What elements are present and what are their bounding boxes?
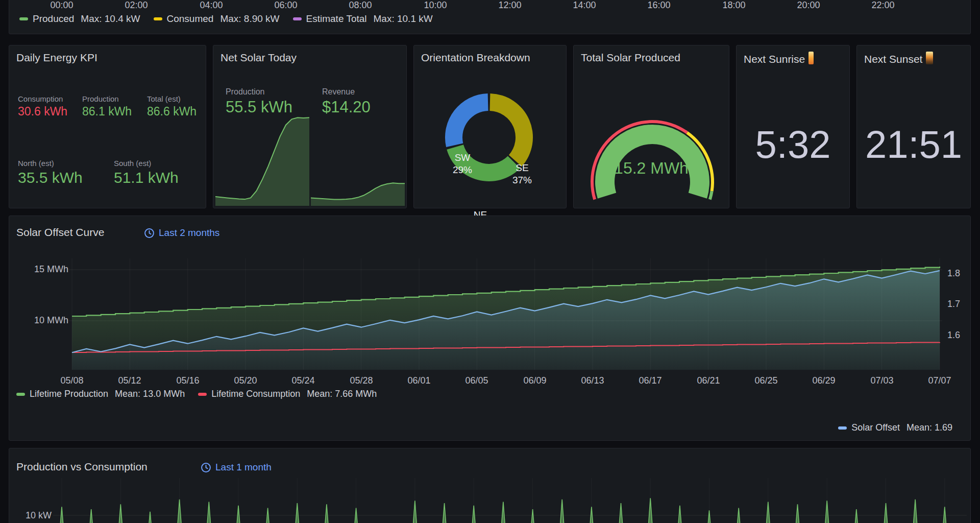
y2-axis-tick-1p7: 1.7 (947, 299, 960, 310)
panel-today-power[interactable]: 00:0002:0004:0006:0008:0010:0012:0014:00… (9, 0, 971, 34)
legend-stat: Max: 10.1 kW (374, 13, 433, 25)
legend-item[interactable]: Lifetime ConsumptionMean: 7.66 MWh (198, 389, 377, 399)
kpi-stat-value: 30.6 kWh (18, 105, 67, 118)
time-tick-label: 08:00 (340, 0, 381, 11)
series-color-pill (154, 17, 162, 20)
panel-solar-offset-curve: Solar Offset Curve Last 2 months 15 MWh … (9, 216, 971, 441)
kpi-stat-label: Total (est) (147, 94, 197, 103)
donut-slice-label-sw: SW29% (453, 152, 472, 176)
production-spikes-chart-plot[interactable] (53, 478, 967, 523)
kpi-stat-value: 86.6 kWh (147, 105, 197, 118)
panel-title-orientation-breakdown[interactable]: Orientation Breakdown (421, 52, 530, 64)
time-tick-label: 00:00 (41, 0, 82, 11)
time-range-label: Last 2 months (159, 227, 219, 239)
panel-production-vs-consumption: Production vs Consumption Last 1 month 1… (9, 448, 971, 523)
time-tick-label: 20:00 (788, 0, 829, 11)
panel-title-production-vs-consumption[interactable]: Production vs Consumption (16, 461, 148, 473)
sunset-title-text: Next Sunset (864, 53, 922, 65)
time-range-link-2-months[interactable]: Last 2 months (144, 227, 219, 239)
legend-label: Lifetime Production (30, 389, 108, 399)
sunrise-emoji-icon (808, 52, 814, 64)
kpi-stat-value: 86.1 kWh (82, 105, 132, 118)
time-range-label: Last 1 month (215, 462, 272, 473)
orientation-donut-chart[interactable] (414, 76, 567, 204)
net-solar-sparkline (311, 110, 405, 206)
legend-stat: Max: 10.4 kW (81, 13, 140, 25)
panel-title-net-solar-today[interactable]: Net Solar Today (220, 52, 297, 64)
gauge-value: 15.2 MWh (574, 159, 729, 178)
date-tick-label: 05/24 (283, 375, 324, 386)
series-color-pill (838, 426, 847, 430)
date-tick-label: 06/13 (572, 375, 613, 386)
sunset-emoji-icon (926, 52, 933, 64)
legend-item[interactable]: Estimate TotalMax: 10.1 kW (293, 13, 433, 25)
time-tick-label: 02:00 (116, 0, 157, 11)
clock-icon (144, 228, 155, 239)
legend-stat: Mean: 1.69 (906, 422, 952, 433)
date-tick-label: 07/07 (919, 375, 960, 386)
legend-label: Estimate Total (306, 13, 367, 25)
y-axis-tick-10kw: 10 kW (12, 510, 52, 521)
time-tick-label: 10:00 (415, 0, 456, 11)
date-tick-label: 06/29 (803, 375, 844, 386)
net-solar-stat-label: Production (226, 87, 292, 97)
time-tick-label: 16:00 (639, 0, 679, 11)
y-axis-tick-15mwh: 15 MWh (28, 264, 68, 275)
legend-item[interactable]: ProducedMax: 10.4 kW (19, 13, 140, 25)
kpi-stat-value: 35.5 kWh (18, 169, 83, 186)
date-tick-label: 06/01 (399, 375, 439, 386)
time-tick-label: 12:00 (489, 0, 530, 11)
kpi-stat: South (est)51.1 kWh (114, 159, 179, 186)
panel-daily-energy-kpi: Daily Energy KPI Consumption30.6 kWhProd… (9, 45, 206, 208)
time-tick-label: 18:00 (714, 0, 754, 11)
kpi-stat-label: North (est) (18, 159, 83, 168)
kpi-stat: North (est)35.5 kWh (18, 159, 83, 186)
time-tick-label: 14:00 (564, 0, 605, 11)
kpi-stat: Total (est)86.6 kWh (147, 94, 197, 118)
y-axis-tick-10mwh: 10 MWh (28, 315, 68, 326)
panel-title-solar-offset-curve[interactable]: Solar Offset Curve (16, 226, 104, 239)
grafana-dashboard: 00:0002:0004:0006:0008:0010:0012:0014:00… (0, 0, 980, 523)
sunset-time-value: 21:51 (857, 122, 970, 167)
date-tick-label: 07/03 (862, 375, 902, 386)
series-color-pill (16, 393, 25, 396)
legend-item[interactable]: ConsumedMax: 8.90 kW (154, 13, 280, 25)
time-axis: 00:0002:0004:0006:0008:0010:0012:0014:00… (9, 0, 970, 10)
sunrise-title-text: Next Sunrise (744, 53, 805, 65)
panel-title-next-sunset[interactable]: Next Sunset (864, 52, 933, 65)
clock-icon (201, 462, 211, 473)
panel-title-total-solar-produced[interactable]: Total Solar Produced (581, 52, 680, 64)
panel-total-solar-produced: Total Solar Produced 15.2 MWh (573, 45, 729, 208)
date-tick-label: 06/09 (514, 375, 555, 386)
legend-label: Lifetime Consumption (211, 389, 300, 399)
panel-orientation-breakdown: Orientation Breakdown SE37%NE34%SW29% (413, 45, 567, 208)
y2-axis-tick-1p6: 1.6 (947, 330, 960, 341)
date-tick-label: 06/25 (746, 375, 787, 386)
panel-net-solar-today: Net Solar Today Production55.5 kWhRevenu… (213, 45, 407, 208)
date-tick-label: 05/16 (167, 375, 208, 386)
legend-label: Consumed (167, 13, 214, 25)
date-tick-label: 06/21 (688, 375, 729, 386)
y2-axis-tick-1p8: 1.8 (947, 268, 960, 279)
kpi-stat: Consumption30.6 kWh (18, 94, 67, 118)
series-color-pill (198, 393, 207, 396)
time-tick-label: 06:00 (265, 0, 306, 11)
legend-label: Solar Offset (851, 422, 900, 433)
top-chart-legend: ProducedMax: 10.4 kWConsumedMax: 8.90 kW… (19, 13, 433, 25)
time-tick-label: 22:00 (863, 0, 903, 11)
time-range-link-1-month[interactable]: Last 1 month (201, 462, 272, 473)
net-solar-stat-label: Revenue (322, 87, 371, 97)
solar-offset-chart-plot[interactable] (68, 258, 942, 370)
date-tick-label: 05/28 (341, 375, 382, 386)
legend-stat: Mean: 7.66 MWh (307, 389, 377, 399)
panel-title-next-sunrise[interactable]: Next Sunrise (744, 52, 814, 65)
donut-slice-label-se: SE37% (512, 162, 532, 186)
legend-stat: Mean: 13.0 MWh (115, 389, 185, 399)
kpi-stat-label: Consumption (18, 94, 67, 103)
date-tick-label: 06/17 (630, 375, 671, 386)
panel-next-sunset: Next Sunset 21:51 (856, 45, 971, 208)
panel-title-daily-energy-kpi[interactable]: Daily Energy KPI (16, 52, 97, 64)
legend-item[interactable]: Solar OffsetMean: 1.69 (838, 422, 952, 433)
legend-item[interactable]: Lifetime ProductionMean: 13.0 MWh (16, 389, 185, 399)
net-solar-sparkline (215, 110, 309, 206)
